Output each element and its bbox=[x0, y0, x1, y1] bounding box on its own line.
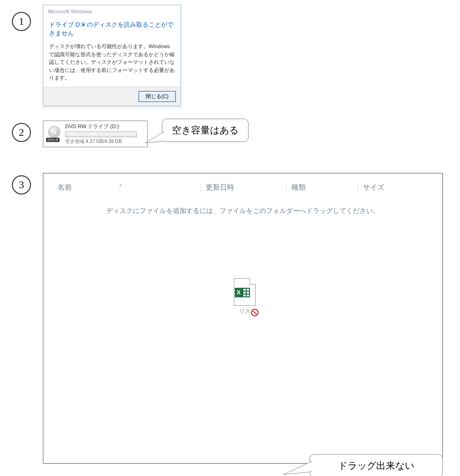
callout-tail bbox=[283, 459, 312, 476]
excel-file-icon: X bbox=[234, 278, 256, 306]
column-name[interactable]: 名前 ^ bbox=[58, 183, 200, 192]
column-date[interactable]: 更新日時 bbox=[200, 183, 286, 192]
column-size[interactable]: サイズ bbox=[358, 183, 415, 192]
drive-free-space: 空き領域 4.37 GB/4.38 GB bbox=[65, 138, 144, 145]
dialog-body-text: ディスクが壊れている可能性があります。Windows で認識可能な形式を使ったデ… bbox=[49, 42, 175, 82]
explorer-window: 名前 ^ 更新日時 種類 サイズ ディスクにファイルを追加するには、ファイルをこ… bbox=[43, 173, 443, 464]
step-number-1: 1 bbox=[12, 12, 31, 31]
svg-marker-2 bbox=[283, 461, 312, 475]
dvd-drive-icon: DVD-R bbox=[46, 126, 62, 142]
step-number-3: 3 bbox=[12, 175, 31, 194]
column-type[interactable]: 種類 bbox=[286, 183, 358, 192]
drive-item[interactable]: DVD-R DVD RW ドライブ (D:) 空き領域 4.37 GB/4.38… bbox=[43, 121, 148, 147]
dialog-window-title: Microsoft Windows bbox=[43, 5, 180, 18]
column-name-label: 名前 bbox=[58, 183, 72, 191]
callout-tail bbox=[145, 131, 164, 144]
sort-ascending-icon: ^ bbox=[120, 184, 122, 189]
not-allowed-icon bbox=[251, 309, 259, 316]
callout-cannot-drag: ドラッグ出来ない bbox=[310, 454, 443, 476]
drive-name: DVD RW ドライブ (D:) bbox=[65, 123, 144, 130]
callout-text: 空き容量はある bbox=[172, 125, 239, 135]
explorer-empty-hint: ディスクにファイルを追加するには、ファイルをこのフォルダーへドラッグしてください… bbox=[43, 207, 442, 215]
callout-free-space: 空き容量はある bbox=[162, 119, 249, 142]
step-number-2: 2 bbox=[12, 123, 31, 142]
column-headers: 名前 ^ 更新日時 種類 サイズ bbox=[43, 173, 442, 197]
svg-marker-0 bbox=[145, 132, 164, 143]
dragged-file-label: リス bbox=[234, 307, 256, 315]
drive-capacity-bar bbox=[65, 132, 137, 137]
callout-text: ドラッグ出来ない bbox=[338, 460, 414, 471]
dragged-file: X リス bbox=[234, 278, 256, 315]
close-button[interactable]: 閉じる(C) bbox=[139, 91, 176, 102]
error-dialog: Microsoft Windows ドライブ D:¥ のディスクを読み取ることが… bbox=[43, 5, 181, 106]
dialog-headline: ドライブ D:¥ のディスクを読み取ることができません bbox=[49, 20, 175, 38]
dvd-r-tag: DVD-R bbox=[46, 138, 60, 142]
